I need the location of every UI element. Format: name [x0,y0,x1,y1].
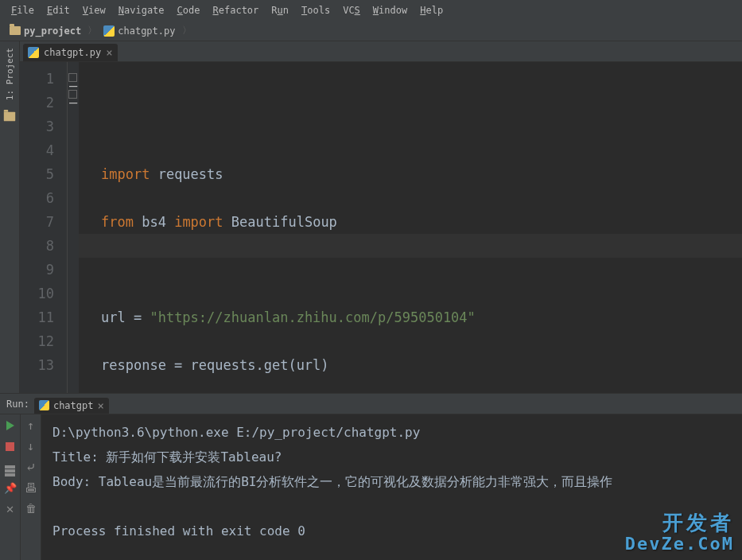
menu-file[interactable]: File [6,3,39,18]
pin-icon[interactable]: 📌 [4,481,17,494]
folder-icon[interactable] [4,112,15,122]
code-editor[interactable]: 12345678910111213 – – import requests fr… [20,62,742,393]
run-toolbar-right: ↑ ↓ ⤶ 🖶 🗑 [21,414,41,560]
print-icon[interactable]: 🖶 [25,481,37,494]
chevron-icon: 〉 [181,24,193,37]
menu-view[interactable]: View [78,3,111,18]
fold-icon[interactable]: – [68,73,77,82]
fold-markers: – – [68,62,79,393]
soft-wrap-icon[interactable]: ⤶ [25,461,37,473]
tab-label: chatgpt.py [44,47,101,58]
python-icon [28,47,39,58]
scroll-up-icon[interactable]: ↑ [25,419,37,432]
editor-area: chatgpt.py × 12345678910111213 – – impor… [20,41,742,393]
close-icon[interactable]: × [106,49,112,56]
menu-run[interactable]: Run [266,3,293,18]
breadcrumb-folder-label: py_project [24,25,81,37]
stop-button[interactable] [4,440,17,453]
menu-code[interactable]: Code [173,3,205,18]
menu-vcs[interactable]: VCS [338,3,365,18]
breadcrumb-file-label: chatgpt.py [118,25,175,37]
run-toolbar-left: 📌 ✕ [0,414,21,560]
python-icon [39,400,49,410]
folder-icon [10,26,21,35]
menu-window[interactable]: Window [368,3,412,18]
breadcrumb-folder[interactable]: py_project [5,24,86,38]
rerun-button[interactable] [4,419,17,432]
menu-help[interactable]: Help [415,3,448,18]
menu-navigate[interactable]: Navigate [114,3,169,18]
chevron-icon: 〉 [86,24,99,37]
clear-icon[interactable]: 🗑 [25,502,37,515]
watermark: 开发者 DevZe.CoM [625,511,734,554]
sidebar: 1: Project [0,41,20,393]
scroll-down-icon[interactable]: ↓ [25,440,37,453]
breadcrumb: py_project 〉 chatgpt.py 〉 [0,21,742,41]
line-gutter: 12345678910111213 [20,62,68,393]
python-icon [103,25,115,37]
fold-icon[interactable]: – [68,90,77,99]
menu-refactor[interactable]: Refactor [208,3,264,18]
editor-tabs: chatgpt.py × [20,41,742,62]
close-button[interactable]: ✕ [4,502,17,515]
close-icon[interactable]: × [97,402,103,410]
code-content[interactable]: import requests from bs4 import Beautifu… [79,62,742,393]
layout-button[interactable] [4,461,17,473]
menu-edit[interactable]: Edit [42,3,75,18]
menu-bar: File Edit View Navigate Code Refactor Ru… [0,0,742,21]
run-config-tab[interactable]: chatgpt × [34,398,109,414]
project-tool-tab[interactable]: 1: Project [3,41,17,107]
breadcrumb-file[interactable]: chatgpt.py [99,24,180,38]
menu-tools[interactable]: Tools [297,3,335,18]
editor-tab-active[interactable]: chatgpt.py × [23,44,118,61]
run-header: Run: chatgpt × [0,394,742,414]
run-config-name: chatgpt [53,400,94,411]
run-label: Run: [6,399,29,410]
